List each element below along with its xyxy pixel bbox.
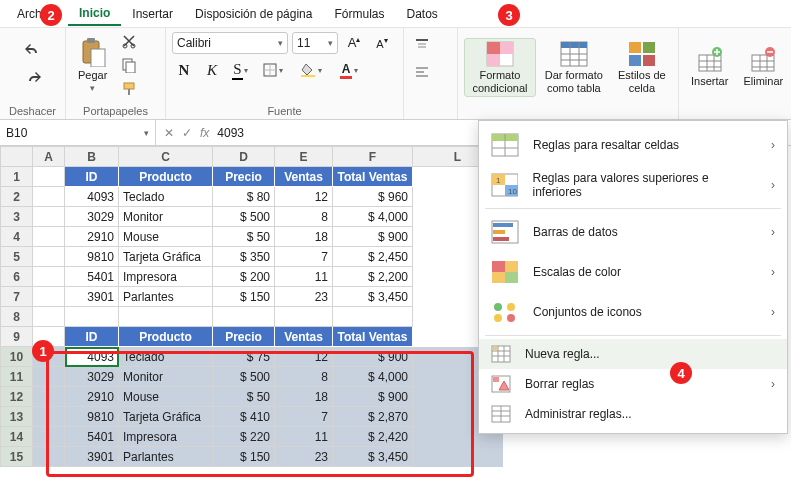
menu-new-rule[interactable]: Nueva regla... [479, 339, 787, 369]
grid-cell[interactable]: Teclado [119, 187, 213, 207]
grid-cell[interactable]: Parlantes [119, 447, 213, 467]
align-top-button[interactable] [410, 34, 434, 56]
row-header[interactable]: 13 [1, 407, 33, 427]
col-header[interactable]: B [65, 147, 119, 167]
menu-clear-rules[interactable]: Borrar reglas › [479, 369, 787, 399]
row-header[interactable]: 1 [1, 167, 33, 187]
menu-color-scales[interactable]: Escalas de color › [479, 252, 787, 292]
grid-cell[interactable]: $ 2,200 [333, 267, 413, 287]
row-header[interactable]: 7 [1, 287, 33, 307]
bold-button[interactable]: N [172, 59, 196, 81]
grid-cell[interactable]: $ 50 [213, 387, 275, 407]
grid-cell[interactable]: Mouse [119, 227, 213, 247]
row-header[interactable]: 9 [1, 327, 33, 347]
fill-color-button[interactable]: ▾ [294, 59, 328, 81]
paste-button[interactable]: Pegar ▾ [72, 35, 113, 96]
row-header[interactable]: 3 [1, 207, 33, 227]
grid-cell[interactable]: 18 [275, 387, 333, 407]
decrease-font-button[interactable]: A▾ [370, 32, 394, 54]
grid-cell[interactable]: $ 500 [213, 367, 275, 387]
grid-cell[interactable]: Mouse [119, 387, 213, 407]
tab-file[interactable]: Archivo [6, 3, 68, 25]
grid-cell[interactable]: 23 [275, 287, 333, 307]
row-header[interactable]: 6 [1, 267, 33, 287]
grid-cell[interactable]: $ 900 [333, 347, 413, 367]
grid-cell[interactable]: $ 80 [213, 187, 275, 207]
font-name-select[interactable]: Calibri▾ [172, 32, 288, 54]
grid-cell[interactable]: Impresora [119, 427, 213, 447]
col-header[interactable]: F [333, 147, 413, 167]
col-header[interactable]: A [33, 147, 65, 167]
col-header[interactable]: C [119, 147, 213, 167]
name-box[interactable]: B10 ▾ [0, 120, 156, 145]
grid-cell[interactable]: 4093 [65, 187, 119, 207]
menu-icon-sets[interactable]: Conjuntos de iconos › [479, 292, 787, 332]
grid-cell[interactable]: $ 2,420 [333, 427, 413, 447]
align-left-button[interactable] [410, 61, 434, 83]
grid-cell[interactable]: $ 2,870 [333, 407, 413, 427]
copy-button[interactable] [117, 54, 141, 76]
grid-cell[interactable]: Monitor [119, 367, 213, 387]
grid-cell[interactable]: $ 4,000 [333, 207, 413, 227]
grid-cell[interactable]: 2910 [65, 227, 119, 247]
col-header[interactable]: E [275, 147, 333, 167]
insert-cells-button[interactable]: Insertar [685, 45, 734, 90]
menu-manage-rules[interactable]: Administrar reglas... [479, 399, 787, 429]
grid-cell[interactable]: $ 150 [213, 447, 275, 467]
cut-button[interactable] [117, 30, 141, 52]
tab-insert[interactable]: Insertar [121, 3, 184, 25]
grid-cell[interactable]: $ 150 [213, 287, 275, 307]
grid-cell[interactable]: 3029 [65, 207, 119, 227]
borders-button[interactable]: ▾ [256, 59, 290, 81]
row-header[interactable]: 5 [1, 247, 33, 267]
grid-cell[interactable]: 5401 [65, 267, 119, 287]
grid-cell[interactable]: 23 [275, 447, 333, 467]
font-size-select[interactable]: 11▾ [292, 32, 338, 54]
grid-cell[interactable]: 9810 [65, 407, 119, 427]
grid-cell[interactable]: 18 [275, 227, 333, 247]
undo-button[interactable] [21, 38, 45, 60]
underline-button[interactable]: S▾ [228, 59, 252, 81]
tab-home[interactable]: Inicio [68, 2, 121, 26]
grid-cell[interactable]: 5401 [65, 427, 119, 447]
tab-layout[interactable]: Disposición de página [184, 3, 323, 25]
grid-cell[interactable]: 7 [275, 407, 333, 427]
grid-cell[interactable]: 4093 [65, 347, 119, 367]
grid-cell[interactable]: $ 350 [213, 247, 275, 267]
confirm-icon[interactable]: ✓ [182, 126, 192, 140]
grid-cell[interactable]: Monitor [119, 207, 213, 227]
col-header[interactable]: D [213, 147, 275, 167]
grid-cell[interactable]: $ 900 [333, 387, 413, 407]
menu-highlight-cells[interactable]: Reglas para resaltar celdas › [479, 125, 787, 165]
font-color-button[interactable]: A▾ [332, 59, 366, 81]
row-header[interactable]: 10 [1, 347, 33, 367]
menu-top-bottom-rules[interactable]: 110 Reglas para valores superiores e inf… [479, 165, 787, 205]
tab-data[interactable]: Datos [395, 3, 448, 25]
format-painter-button[interactable] [117, 78, 141, 100]
grid-cell[interactable]: 12 [275, 187, 333, 207]
grid-cell[interactable]: $ 200 [213, 267, 275, 287]
cell-styles-button[interactable]: Estilos de celda [612, 39, 672, 96]
grid-cell[interactable]: $ 50 [213, 227, 275, 247]
increase-font-button[interactable]: A▴ [342, 32, 366, 54]
row-header[interactable]: 11 [1, 367, 33, 387]
grid-cell[interactable]: 3901 [65, 287, 119, 307]
italic-button[interactable]: K [200, 59, 224, 81]
row-header[interactable]: 4 [1, 227, 33, 247]
grid-cell[interactable]: $ 3,450 [333, 287, 413, 307]
grid-cell[interactable]: 3901 [65, 447, 119, 467]
delete-cells-button[interactable]: Eliminar [738, 45, 788, 90]
grid-cell[interactable]: $ 2,450 [333, 247, 413, 267]
grid-cell[interactable]: 11 [275, 267, 333, 287]
grid-cell[interactable]: Parlantes [119, 287, 213, 307]
tab-formulas[interactable]: Fórmulas [323, 3, 395, 25]
grid-cell[interactable]: $ 960 [333, 187, 413, 207]
grid-cell[interactable]: 2910 [65, 387, 119, 407]
grid-cell[interactable]: Teclado [119, 347, 213, 367]
row-header[interactable]: 15 [1, 447, 33, 467]
fx-icon[interactable]: fx [200, 126, 209, 140]
row-header[interactable]: 12 [1, 387, 33, 407]
grid-cell[interactable]: 7 [275, 247, 333, 267]
grid-cell[interactable]: $ 75 [213, 347, 275, 367]
grid-cell[interactable]: $ 4,000 [333, 367, 413, 387]
